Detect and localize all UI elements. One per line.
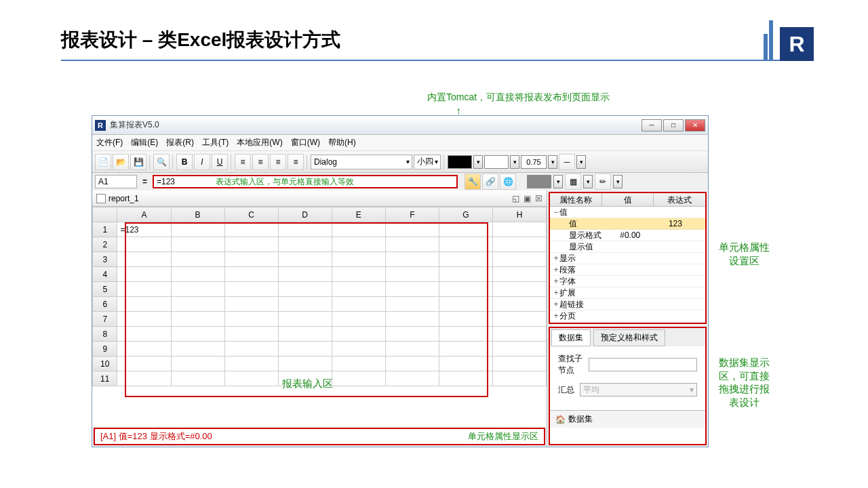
window-title: 集算报表V5.0 — [110, 119, 642, 131]
equals-label: = — [140, 177, 150, 186]
underline-button[interactable]: U — [212, 154, 228, 170]
close-button[interactable]: ✕ — [685, 119, 705, 131]
border-dropdown[interactable]: ▾ — [583, 175, 593, 188]
cell-reference[interactable]: A1 — [95, 175, 137, 188]
app-icon: R — [95, 120, 106, 131]
main-toolbar: 📄 📂 💾 🔍 B I U ≡ ≡ ≡ ≡ Dialog 小四 ▾ ▾ 0.75… — [92, 151, 708, 173]
menu-edit[interactable]: 编辑(E) — [131, 137, 158, 148]
prop-row[interactable]: +WEB — [550, 322, 705, 324]
align-right-button[interactable]: ≡ — [270, 154, 286, 170]
logo: R — [764, 20, 814, 61]
font-select[interactable]: Dialog — [311, 155, 412, 169]
menu-file[interactable]: 文件(F) — [96, 137, 123, 148]
prop-header-expr: 表达式 — [654, 193, 705, 206]
menu-tool[interactable]: 工具(T) — [202, 137, 229, 148]
linestyle-button[interactable]: ─ — [559, 154, 575, 170]
status-info: [A1] 值=123 显示格式=#0.00 — [100, 430, 212, 443]
prop-row[interactable]: +分页 — [550, 310, 705, 322]
prop-row[interactable]: 值 123 — [550, 218, 705, 230]
dataset-footer-label: 数据集 — [568, 413, 593, 425]
doc-close-icon[interactable]: ☒ — [535, 194, 542, 203]
prop-row[interactable]: −值 — [550, 207, 705, 218]
property-panel: 属性名称 值 表达式 −值 值 123 显示格式 #0.00 显示值 +显示 +… — [549, 192, 707, 324]
bgcolor-dropdown[interactable]: ▾ — [510, 155, 519, 169]
new-button[interactable]: 📄 — [95, 154, 111, 170]
menubar: 文件(F) 编辑(E) 报表(R) 工具(T) 本地应用(W) 窗口(W) 帮助… — [92, 135, 708, 151]
menu-help[interactable]: 帮助(H) — [328, 137, 356, 148]
align-center-button[interactable]: ≡ — [252, 154, 269, 170]
tomcat-note: 内置Tomcat，可直接将报表发布到页面显示 — [427, 92, 610, 104]
title-divider — [61, 60, 807, 61]
home-icon: 🏠 — [555, 415, 566, 424]
minimize-button[interactable]: ─ — [642, 119, 662, 131]
linewidth-box[interactable]: 0.75 — [521, 155, 547, 169]
align-justify-button[interactable]: ≡ — [288, 154, 304, 170]
fx-button[interactable]: 🔧 — [465, 174, 481, 190]
menu-local[interactable]: 本地应用(W) — [237, 137, 282, 148]
tab-dataset[interactable]: 数据集 — [551, 329, 591, 346]
doc-maximize-icon[interactable]: ▣ — [524, 194, 531, 203]
slide-title: 报表设计 – 类Excel报表设计方式 — [0, 0, 868, 60]
app-window: R 集算报表V5.0 ─ □ ✕ 文件(F) 编辑(E) 报表(R) 工具(T)… — [92, 115, 709, 447]
status-bar: [A1] 值=123 显示格式=#0.00 单元格属性显示区 — [94, 428, 545, 445]
document-tab[interactable]: report_1 ◱ ▣ ☒ — [92, 190, 547, 207]
annotation-prop-area: 单元格属性设置区 — [719, 241, 770, 267]
maximize-button[interactable]: □ — [663, 119, 684, 131]
bordercolor-swatch[interactable] — [527, 175, 551, 188]
bordercolor-dropdown[interactable]: ▾ — [553, 175, 563, 188]
formula-hint: 表达式输入区，与单元格直接输入等效 — [216, 176, 354, 188]
formula-bar: A1 = =123 表达式输入区，与单元格直接输入等效 🔧 🔗 🌐 ▾ ▦ ▾ … — [92, 173, 708, 190]
fgcolor-dropdown[interactable]: ▾ — [473, 155, 483, 169]
doc-restore-icon[interactable]: ◱ — [512, 194, 519, 203]
tab-predefined[interactable]: 预定义格和样式 — [593, 329, 665, 346]
prop-row[interactable]: +字体 — [550, 276, 705, 287]
menu-report[interactable]: 报表(R) — [166, 137, 194, 148]
annotation-data-area: 数据集显示区，可直接拖拽进行报表设计 — [719, 356, 770, 409]
prop-row[interactable]: +超链接 — [550, 299, 705, 310]
bgcolor-swatch[interactable] — [484, 155, 509, 169]
save-button[interactable]: 💾 — [130, 154, 146, 170]
agg-label: 汇总 — [558, 384, 574, 396]
prop-row[interactable]: +显示 — [550, 253, 705, 264]
browse-button[interactable]: 🔗 — [482, 174, 498, 190]
agg-select[interactable]: 平均 — [580, 383, 697, 396]
formula-input[interactable]: =123 表达式输入区，与单元格直接输入等效 — [153, 175, 458, 188]
sheet-area-label: 报表输入区 — [282, 378, 333, 390]
prop-header-value: 值 — [602, 193, 654, 206]
linestyle-dropdown[interactable]: ▾ — [576, 155, 586, 169]
border-button[interactable]: ▦ — [565, 174, 581, 190]
bold-button[interactable]: B — [176, 154, 193, 170]
size-select[interactable]: 小四 — [414, 155, 441, 169]
menu-window[interactable]: 窗口(W) — [291, 137, 320, 148]
eraser-dropdown[interactable]: ▾ — [613, 175, 623, 188]
prop-header-name: 属性名称 — [550, 193, 602, 206]
document-icon — [96, 194, 106, 203]
titlebar: R 集算报表V5.0 ─ □ ✕ — [92, 116, 708, 135]
web-button[interactable]: 🌐 — [500, 174, 516, 190]
prop-row[interactable]: 显示值 — [550, 241, 705, 253]
prop-row[interactable]: 显示格式 #0.00 — [550, 230, 705, 241]
status-label: 单元格属性显示区 — [468, 430, 538, 443]
open-button[interactable]: 📂 — [113, 154, 129, 170]
search-input[interactable] — [589, 358, 697, 371]
linewidth-dropdown[interactable]: ▾ — [548, 155, 557, 169]
document-name: report_1 — [108, 194, 139, 203]
prop-row[interactable]: +段落 — [550, 264, 705, 276]
dataset-panel: 数据集 预定义格和样式 查找子节点 汇总 平均 🏠 数据集 — [549, 327, 707, 445]
fgcolor-swatch[interactable] — [448, 155, 472, 169]
spreadsheet[interactable]: ABCDEFGH1=123234567891011 报表输入区 — [92, 207, 547, 426]
eraser-button[interactable]: ✏ — [595, 174, 611, 190]
italic-button[interactable]: I — [194, 154, 210, 170]
align-left-button[interactable]: ≡ — [235, 154, 251, 170]
preview-button[interactable]: 🔍 — [153, 154, 170, 170]
search-label: 查找子节点 — [558, 353, 583, 376]
prop-row[interactable]: +扩展 — [550, 287, 705, 299]
dataset-footer[interactable]: 🏠 数据集 — [550, 410, 705, 428]
